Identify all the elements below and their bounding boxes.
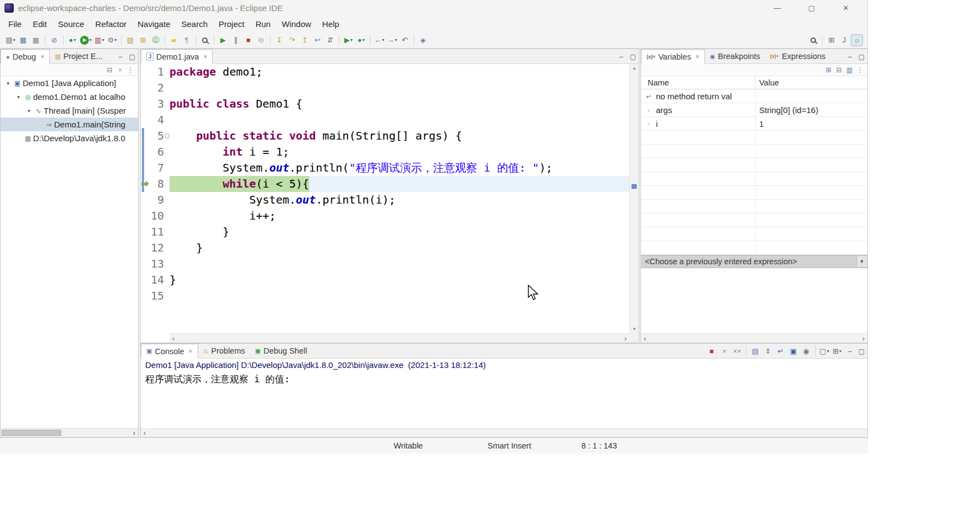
- tab-project-explorer[interactable]: ▨ Project E...: [50, 49, 107, 63]
- menu-search[interactable]: Search: [176, 17, 213, 31]
- code-line[interactable]: public static void main(String[] args) {: [169, 128, 639, 144]
- search-button[interactable]: [199, 34, 211, 46]
- debug-tree-item[interactable]: ▾▣Demo1 [Java Application]: [1, 76, 138, 90]
- skip-all-breakpoints-button[interactable]: ⊘: [48, 34, 60, 46]
- variable-row[interactable]: ↵no method return val: [641, 89, 867, 103]
- code-line[interactable]: i++;: [169, 208, 639, 224]
- step-over-button[interactable]: ↷: [286, 34, 298, 46]
- last-edit-location-button[interactable]: ↶: [399, 34, 411, 46]
- menu-run[interactable]: Run: [251, 17, 276, 31]
- minimize-window-icon[interactable]: —: [760, 0, 794, 15]
- back-button[interactable]: ←▾: [373, 34, 385, 46]
- debug-horizontal-scrollbar[interactable]: ›: [1, 428, 138, 437]
- debug-button[interactable]: ●▾: [66, 34, 78, 46]
- debug-tree-item[interactable]: ▦D:\Develop\Java\jdk1.8.0: [1, 131, 138, 145]
- tab-breakpoints[interactable]: ◉ Breakpoints: [705, 49, 765, 63]
- show-logical-structures-button[interactable]: ⊞: [823, 65, 834, 75]
- close-icon[interactable]: ×: [40, 53, 44, 61]
- save-all-button[interactable]: ▩: [30, 34, 42, 46]
- editor-horizontal-scrollbar[interactable]: ‹ ›: [169, 333, 629, 343]
- step-return-button[interactable]: ↥: [299, 34, 311, 46]
- disconnect-button[interactable]: ⊝: [255, 34, 267, 46]
- minimize-view-icon[interactable]: –: [119, 53, 123, 61]
- fold-marker-icon[interactable]: [165, 134, 169, 138]
- minimize-view-icon[interactable]: –: [619, 53, 623, 61]
- new-java-class-button[interactable]: Ⓒ: [150, 34, 162, 46]
- menu-help[interactable]: Help: [317, 17, 345, 31]
- menu-source[interactable]: Source: [53, 17, 89, 31]
- debug-history-button[interactable]: ●▾: [355, 34, 367, 46]
- chevron-down-icon[interactable]: ▼: [856, 256, 867, 267]
- variable-detail-pane[interactable]: [641, 268, 867, 333]
- use-step-filters-button[interactable]: ⇵: [324, 34, 336, 46]
- close-icon[interactable]: ×: [189, 348, 193, 355]
- scroll-right-icon[interactable]: ›: [130, 429, 138, 437]
- code-line[interactable]: package demo1;: [169, 64, 639, 80]
- annotation-ruler[interactable]: [141, 64, 149, 343]
- quick-search-button[interactable]: [807, 34, 819, 46]
- close-icon[interactable]: ×: [203, 53, 207, 61]
- maximize-view-icon[interactable]: ▢: [129, 53, 135, 61]
- drop-to-frame-button[interactable]: ↩: [311, 34, 324, 46]
- remove-all-terminated-button[interactable]: ×: [115, 65, 125, 75]
- open-perspective-button[interactable]: ⊞: [825, 34, 838, 46]
- run-button[interactable]: ▶▾: [79, 34, 93, 46]
- terminate-console-button[interactable]: ■: [706, 345, 718, 357]
- maximize-view-icon[interactable]: ▢: [859, 53, 865, 61]
- menu-navigate[interactable]: Navigate: [133, 17, 175, 31]
- debug-perspective-button[interactable]: ☼: [851, 34, 863, 46]
- layout-button[interactable]: ▥: [844, 65, 855, 75]
- new-wizard-button[interactable]: ▤▾: [4, 34, 17, 46]
- scroll-left-icon[interactable]: ‹: [172, 334, 174, 343]
- tab-demo1-java[interactable]: J Demo1.java ×: [141, 49, 213, 64]
- code-line[interactable]: System.out.println("程序调试演示，注意观察 i 的值: ")…: [169, 160, 639, 176]
- tab-problems[interactable]: ⚠ Problems: [198, 344, 250, 358]
- collapse-all-button[interactable]: ⊟: [834, 65, 844, 75]
- scroll-lock-button[interactable]: ⇕: [762, 345, 774, 357]
- minimize-view-icon[interactable]: –: [848, 53, 852, 61]
- view-menu-button[interactable]: ⋮: [125, 65, 136, 75]
- collapse-chevron-icon[interactable]: ▾: [25, 108, 33, 114]
- code-lines[interactable]: package demo1;public class Demo1 { publi…: [169, 64, 639, 343]
- close-icon[interactable]: ×: [696, 53, 700, 61]
- tab-debug[interactable]: ● Debug ×: [1, 49, 50, 64]
- code-line[interactable]: [169, 288, 639, 304]
- minimize-view-icon[interactable]: –: [848, 348, 852, 355]
- maximize-view-icon[interactable]: ▢: [859, 348, 865, 355]
- code-line[interactable]: }: [169, 224, 639, 240]
- menu-window[interactable]: Window: [277, 17, 316, 31]
- step-into-button[interactable]: ↧: [273, 34, 285, 46]
- variable-row[interactable]: ◦i1: [641, 117, 867, 131]
- close-window-icon[interactable]: ✕: [829, 0, 863, 15]
- column-value[interactable]: Value: [755, 78, 779, 87]
- open-console-button[interactable]: ⊞▾: [831, 345, 843, 357]
- menu-refactor[interactable]: Refactor: [91, 17, 132, 31]
- suspend-button[interactable]: ∥: [230, 34, 242, 46]
- console-output[interactable]: 程序调试演示，注意观察 i 的值:: [141, 371, 867, 428]
- editor-vertical-scrollbar[interactable]: ▲ ▼: [629, 64, 639, 333]
- menu-edit[interactable]: Edit: [28, 17, 52, 31]
- remove-launch-button[interactable]: ×: [718, 345, 730, 357]
- resume-button[interactable]: ▶: [217, 34, 229, 46]
- code-line[interactable]: int i = 1;: [169, 144, 639, 160]
- debug-tree-item[interactable]: ▾∿Thread [main] (Susper: [1, 104, 138, 118]
- new-java-package-button[interactable]: ⊞: [137, 34, 149, 46]
- expression-combo[interactable]: <Choose a previously entered expression>…: [641, 255, 867, 268]
- collapse-chevron-icon[interactable]: ▾: [4, 81, 12, 86]
- menu-file[interactable]: File: [3, 17, 27, 31]
- code-line[interactable]: }: [169, 272, 639, 288]
- tab-variables[interactable]: (x)= Variables ×: [641, 49, 705, 64]
- pin-editor-button[interactable]: ◈: [417, 34, 429, 46]
- variable-row[interactable]: ◦argsString[0] (id=16): [641, 103, 867, 117]
- scroll-right-icon[interactable]: ›: [862, 334, 865, 343]
- code-line[interactable]: System.out.println(i);: [169, 192, 639, 208]
- code-line[interactable]: [169, 112, 639, 128]
- terminate-button[interactable]: ■: [242, 34, 255, 46]
- debug-tree-item[interactable]: ▾◎demo1.Demo1 at localho: [1, 90, 138, 104]
- new-java-project-button[interactable]: ▨: [124, 34, 136, 46]
- save-button[interactable]: ▦: [17, 34, 29, 46]
- scroll-left-icon[interactable]: ‹: [144, 429, 146, 437]
- tab-expressions[interactable]: (x)+ Expressions: [765, 49, 830, 63]
- display-selected-console-button[interactable]: ▢▾: [818, 345, 830, 357]
- variables-horizontal-scrollbar[interactable]: ‹ ›: [641, 333, 867, 343]
